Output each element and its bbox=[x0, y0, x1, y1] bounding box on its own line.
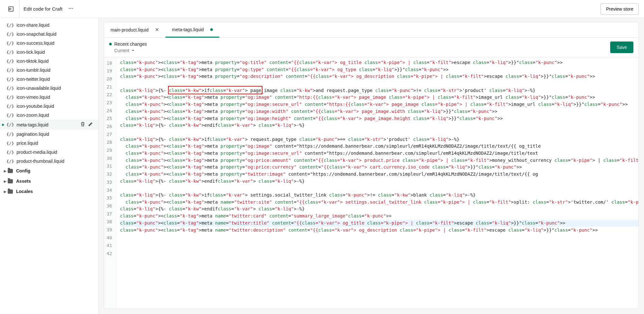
more-button[interactable] bbox=[68, 5, 74, 13]
code-line[interactable]: class="k-punc"><class="k-tag">meta prope… bbox=[120, 66, 639, 73]
file-item[interactable]: {/}icon-youtube.liquid bbox=[0, 102, 98, 111]
modified-dot-icon bbox=[210, 28, 213, 31]
changes-version-select[interactable]: Current bbox=[114, 48, 147, 53]
code-line[interactable]: class="k-liq">{%- class="k-kw">ifclass="… bbox=[120, 136, 639, 143]
file-item[interactable]: {/}icon-snapchat.liquid bbox=[0, 30, 98, 39]
edit-icon[interactable] bbox=[88, 122, 93, 128]
code-editor[interactable]: 1819202122232425262728293031323334353637… bbox=[104, 57, 639, 309]
code-line[interactable]: class="k-punc"><class="k-tag">meta prope… bbox=[120, 73, 639, 80]
code-line[interactable]: class="k-punc"><class="k-tag">meta prope… bbox=[120, 94, 639, 101]
code-line[interactable]: class="k-liq">{%- class="k-kw">endifclas… bbox=[120, 206, 639, 213]
code-line[interactable]: class="k-liq">{%- class="k-kw">ifclass="… bbox=[120, 192, 639, 199]
folder-name: Config bbox=[16, 168, 30, 173]
code-content[interactable]: class="k-punc"><class="k-tag">meta prope… bbox=[116, 57, 639, 309]
liquid-file-icon: {/} bbox=[6, 41, 14, 46]
folder-icon bbox=[8, 179, 13, 183]
code-line[interactable]: class="k-punc"><class="k-tag">meta prope… bbox=[120, 115, 639, 122]
liquid-file-icon: {/} bbox=[6, 150, 14, 155]
file-name: meta-tags.liquid bbox=[16, 122, 48, 127]
file-item[interactable]: {/}price.liquid bbox=[0, 139, 98, 148]
more-icon bbox=[68, 5, 74, 12]
file-name: product-media.liquid bbox=[16, 150, 57, 155]
file-item[interactable]: {/}product-media.liquid bbox=[0, 148, 98, 157]
liquid-file-icon: {/} bbox=[6, 86, 14, 91]
line-gutter: 1819202122232425262728293031323334353637… bbox=[104, 57, 116, 309]
save-button[interactable]: Save bbox=[610, 42, 633, 53]
code-line[interactable]: class="k-punc"><class="k-tag">meta name=… bbox=[120, 227, 639, 234]
file-name: icon-tick.liquid bbox=[16, 50, 45, 55]
file-name: product-thumbnail.liquid bbox=[16, 159, 64, 164]
file-item[interactable]: {/}icon-vimeo.liquid bbox=[0, 93, 98, 102]
liquid-file-icon: {/} bbox=[6, 141, 14, 146]
code-line[interactable] bbox=[120, 80, 639, 87]
file-item[interactable]: {/}pagination.liquid bbox=[0, 130, 98, 139]
code-line[interactable]: class="k-punc"><class="k-tag">meta prope… bbox=[120, 59, 639, 66]
code-line[interactable]: class="k-punc"><class="k-tag">meta prope… bbox=[120, 143, 639, 150]
preview-store-button[interactable]: Preview store bbox=[601, 3, 639, 15]
page-title: Edit code for Craft bbox=[24, 6, 62, 12]
changes-bar: Recent changes Current Save bbox=[104, 38, 639, 57]
file-item[interactable]: {/}icon-tiktok.liquid bbox=[0, 57, 98, 66]
file-name: icon-share.liquid bbox=[16, 23, 49, 28]
liquid-file-icon: {/} bbox=[6, 113, 14, 118]
code-line[interactable]: class="k-liq">{%- class="k-kw">ifclass="… bbox=[120, 87, 639, 94]
modified-indicator-icon bbox=[109, 43, 112, 45]
code-line[interactable]: class="k-punc"><class="k-tag">meta prope… bbox=[120, 108, 639, 115]
back-button[interactable] bbox=[5, 3, 17, 15]
chevron-right-icon: ▶ bbox=[4, 180, 6, 183]
chevron-right-icon: ▶ bbox=[4, 190, 6, 193]
svg-point-2 bbox=[70, 8, 71, 9]
file-name: icon-youtube.liquid bbox=[16, 104, 54, 109]
folder-item[interactable]: ▶Locales bbox=[0, 186, 98, 197]
code-line[interactable]: class="k-punc"><class="k-tag">meta prope… bbox=[120, 150, 639, 157]
folder-icon bbox=[8, 169, 13, 173]
chevron-down-icon bbox=[131, 49, 135, 52]
code-line[interactable]: class="k-liq">{%- class="k-kw">endifclas… bbox=[120, 122, 639, 129]
file-item[interactable]: {/}icon-tick.liquid bbox=[0, 48, 98, 57]
folder-item[interactable]: ▶Config bbox=[0, 166, 98, 176]
file-item[interactable]: {/}icon-share.liquid bbox=[0, 21, 98, 30]
code-line[interactable]: class="k-punc"><class="k-tag">meta name=… bbox=[120, 213, 639, 220]
exit-icon bbox=[8, 6, 14, 12]
code-line[interactable]: class="k-liq">{%- class="k-kw">endifclas… bbox=[120, 178, 639, 185]
code-line[interactable] bbox=[120, 129, 639, 136]
folder-name: Assets bbox=[16, 179, 31, 184]
file-name: icon-tumblr.liquid bbox=[16, 68, 50, 73]
file-name: icon-snapchat.liquid bbox=[16, 32, 56, 37]
file-item[interactable]: {/}icon-unavailable.liquid bbox=[0, 84, 98, 93]
file-item[interactable]: {/}meta-tags.liquid bbox=[0, 120, 98, 130]
liquid-file-icon: {/} bbox=[6, 104, 14, 109]
file-name: icon-vimeo.liquid bbox=[16, 95, 50, 100]
chevron-right-icon: ▶ bbox=[4, 169, 6, 173]
code-line[interactable] bbox=[120, 185, 639, 192]
folder-item[interactable]: ▶Assets bbox=[0, 176, 98, 186]
tab-label: meta-tags.liquid bbox=[172, 27, 204, 32]
file-item[interactable]: {/}icon-tumblr.liquid bbox=[0, 66, 98, 75]
top-bar: Edit code for Craft Preview store bbox=[0, 0, 644, 18]
code-line[interactable]: class="k-punc"><class="k-tag">meta name=… bbox=[120, 199, 639, 206]
svg-point-3 bbox=[72, 8, 73, 9]
file-name: icon-success.liquid bbox=[16, 41, 54, 46]
liquid-file-icon: {/} bbox=[6, 23, 14, 28]
code-line[interactable]: class="k-punc"><class="k-tag">meta name=… bbox=[120, 220, 639, 227]
code-line[interactable]: class="k-punc"><class="k-tag">meta prope… bbox=[120, 157, 639, 164]
file-sidebar[interactable]: {/}icon-share.liquid{/}icon-snapchat.liq… bbox=[0, 18, 99, 314]
file-item[interactable]: {/}icon-twitter.liquid bbox=[0, 75, 98, 84]
delete-icon[interactable] bbox=[80, 122, 85, 128]
code-line[interactable]: class="k-punc"><class="k-tag">meta prope… bbox=[120, 171, 639, 178]
liquid-file-icon: {/} bbox=[6, 132, 14, 137]
liquid-file-icon: {/} bbox=[6, 68, 14, 73]
file-item[interactable]: {/}icon-success.liquid bbox=[0, 39, 98, 48]
folder-name: Locales bbox=[16, 189, 33, 194]
liquid-file-icon: {/} bbox=[6, 77, 14, 82]
tab[interactable]: main-product.liquid✕ bbox=[104, 22, 166, 37]
code-line[interactable]: class="k-punc"><class="k-tag">meta prope… bbox=[120, 164, 639, 171]
file-item[interactable]: {/}product-thumbnail.liquid bbox=[0, 157, 98, 166]
liquid-file-icon: {/} bbox=[6, 50, 14, 55]
file-name: pagination.liquid bbox=[16, 132, 49, 137]
file-item[interactable]: {/}icon-zoom.liquid bbox=[0, 111, 98, 120]
recent-changes-label: Recent changes bbox=[114, 42, 147, 47]
code-line[interactable]: class="k-punc"><class="k-tag">meta prope… bbox=[120, 101, 639, 108]
close-icon[interactable]: ✕ bbox=[155, 27, 159, 33]
tab[interactable]: meta-tags.liquid bbox=[166, 22, 219, 38]
